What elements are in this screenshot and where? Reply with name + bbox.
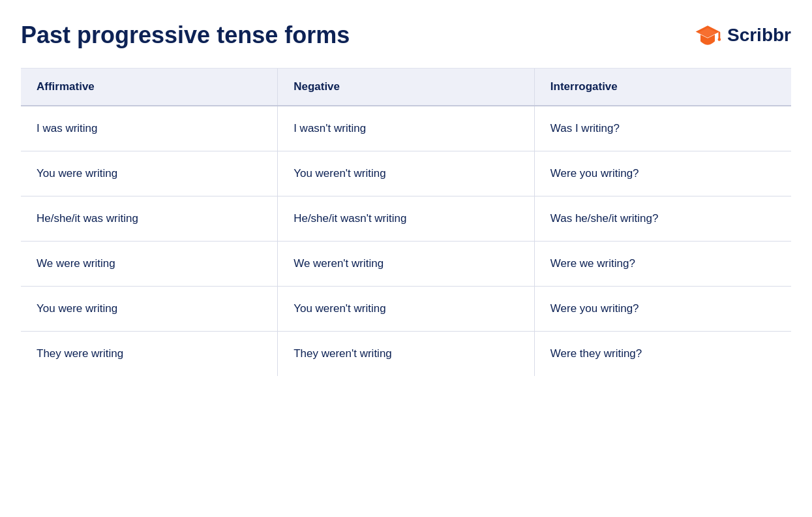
cell-affirmative-3: We were writing	[21, 242, 278, 287]
cell-affirmative-2: He/she/it was writing	[21, 196, 278, 242]
conjugation-table: Affirmative Negative Interrogative I was…	[21, 69, 791, 376]
cell-affirmative-0: I was writing	[21, 106, 278, 151]
header-affirmative: Affirmative	[21, 69, 278, 106]
header-interrogative: Interrogative	[534, 69, 791, 106]
table-row: He/she/it was writingHe/she/it wasn't wr…	[21, 196, 791, 242]
svg-rect-1	[718, 32, 720, 39]
scribbr-logo-icon	[693, 21, 722, 50]
cell-interrogative-1: Were you writing?	[534, 151, 791, 196]
table-row: We were writingWe weren't writingWere we…	[21, 242, 791, 287]
cell-negative-1: You weren't writing	[278, 151, 535, 196]
page: Past progressive tense forms Scribbr Aff…	[0, 0, 812, 376]
header-negative: Negative	[278, 69, 535, 106]
cell-interrogative-3: Were we writing?	[534, 242, 791, 287]
cell-negative-5: They weren't writing	[278, 332, 535, 377]
table-body: I was writingI wasn't writingWas I writi…	[21, 106, 791, 376]
table-row: You were writingYou weren't writingWere …	[21, 287, 791, 332]
cell-negative-3: We weren't writing	[278, 242, 535, 287]
cell-affirmative-5: They were writing	[21, 332, 278, 377]
cell-negative-2: He/she/it wasn't writing	[278, 196, 535, 242]
cell-interrogative-2: Was he/she/it writing?	[534, 196, 791, 242]
table-row: I was writingI wasn't writingWas I writi…	[21, 106, 791, 151]
scribbr-logo: Scribbr	[693, 21, 791, 50]
page-title: Past progressive tense forms	[21, 22, 350, 49]
cell-affirmative-1: You were writing	[21, 151, 278, 196]
cell-negative-0: I wasn't writing	[278, 106, 535, 151]
cell-interrogative-5: Were they writing?	[534, 332, 791, 377]
table-row: They were writingThey weren't writingWer…	[21, 332, 791, 377]
svg-point-2	[718, 38, 721, 41]
page-header: Past progressive tense forms Scribbr	[21, 21, 791, 50]
table-row: You were writingYou weren't writingWere …	[21, 151, 791, 196]
header-row: Affirmative Negative Interrogative	[21, 69, 791, 106]
scribbr-logo-text: Scribbr	[727, 25, 791, 46]
cell-interrogative-0: Was I writing?	[534, 106, 791, 151]
cell-affirmative-4: You were writing	[21, 287, 278, 332]
cell-interrogative-4: Were you writing?	[534, 287, 791, 332]
table-header: Affirmative Negative Interrogative	[21, 69, 791, 106]
cell-negative-4: You weren't writing	[278, 287, 535, 332]
